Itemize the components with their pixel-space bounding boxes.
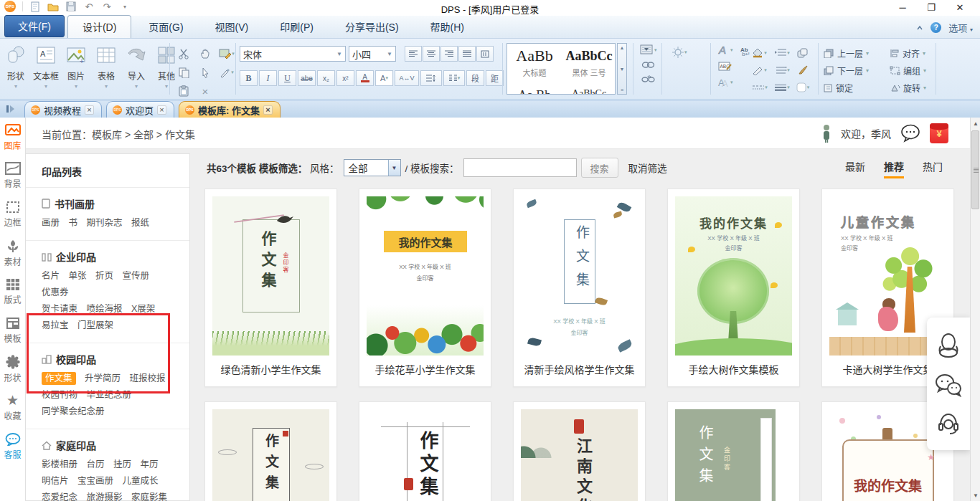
category-link[interactable]: 儿童成长	[123, 476, 159, 486]
strikethrough-button[interactable]: abe	[298, 70, 316, 86]
close-tab-icon[interactable]: ×	[85, 105, 94, 115]
category-link[interactable]: 班报校报	[130, 373, 166, 383]
fill-color-icon[interactable]: ▾	[749, 44, 771, 62]
category-link-selected[interactable]: 作文集	[42, 372, 76, 385]
sidebar-item-border[interactable]: 边框	[0, 195, 25, 234]
menu-tab-design[interactable]: 设计(D)	[67, 15, 131, 38]
template-card[interactable]: 江南文化 XX 学校 X 年级 X 班	[513, 401, 646, 501]
select-cursor-icon[interactable]	[195, 63, 215, 82]
distance-button[interactable]: 距	[486, 70, 504, 86]
template-card[interactable]: 作文集 XX 学校 X 年级 X 班	[204, 401, 337, 501]
align-objects-button[interactable]: 对齐▾	[890, 44, 943, 62]
minimize-button[interactable]: ─	[888, 0, 917, 14]
category-link[interactable]: 优惠券	[42, 287, 69, 297]
headset-icon[interactable]	[936, 411, 961, 436]
category-link[interactable]: 喷绘海报	[87, 304, 123, 314]
superscript-button[interactable]: x²	[336, 70, 354, 86]
category-link[interactable]: 影楼相册	[42, 459, 77, 469]
category-link[interactable]: 旅游摄影	[87, 492, 123, 501]
category-link[interactable]: 书	[69, 218, 78, 228]
sort-tab-newest[interactable]: 最新	[845, 159, 865, 178]
italic-button[interactable]: I	[259, 70, 277, 86]
qq-icon[interactable]	[936, 332, 961, 359]
template-card[interactable]: 我的作文集 XX 学校 X 年级 X 班 金印客 手绘大树作文集模板	[667, 189, 800, 387]
sidebar-item-material[interactable]: 素材	[0, 234, 25, 272]
cancel-filter-button[interactable]: 取消筛选	[628, 161, 667, 175]
text-wrap-icon[interactable]: ▾	[640, 44, 657, 55]
menu-tab-help[interactable]: 帮助(H)	[416, 16, 479, 38]
template-card[interactable]: 作文集 金印客 绿色清新小学生作文集	[204, 189, 337, 387]
font-size-select[interactable]: 小四▼	[349, 46, 396, 62]
close-tab-icon[interactable]: ×	[157, 105, 166, 115]
wechat-icon[interactable]	[934, 373, 963, 397]
menu-tab-share-export[interactable]: 分享导出(S)	[331, 16, 413, 38]
pan-hand-icon[interactable]	[195, 44, 215, 63]
doc-tab-template-library[interactable]: DPS 模板库: 作文集 ×	[179, 101, 281, 118]
category-link[interactable]: 期刊杂志	[87, 218, 123, 228]
line-weight-icon[interactable]: ▾	[771, 79, 793, 96]
template-search-input[interactable]	[463, 158, 577, 177]
menu-tab-file[interactable]: 文件(F)	[4, 15, 65, 37]
import-tool-button[interactable]: 导入▾	[123, 43, 149, 90]
sort-tab-recommended[interactable]: 推荐	[884, 159, 904, 178]
align-right-button[interactable]	[440, 46, 458, 62]
table-tool-button[interactable]: 表格▾	[93, 43, 119, 90]
dash-style-icon[interactable]: ▾	[749, 79, 771, 96]
effects-gear-icon[interactable]: ▾	[672, 46, 687, 59]
category-link[interactable]: 门型展架	[77, 320, 113, 330]
justify-button[interactable]	[458, 46, 476, 62]
style-item-heading[interactable]: AaBbCc 黑体 三号 AaBbCc	[563, 45, 615, 85]
subscript-button[interactable]: x₂	[317, 70, 335, 86]
rotate-button[interactable]: 旋转▾	[890, 79, 943, 96]
scroll-down-icon[interactable]: ▼	[971, 490, 980, 501]
3d-text-icon[interactable]: AA▾	[717, 77, 733, 87]
font-family-select[interactable]: 宋体▼	[240, 46, 346, 62]
font-color-button[interactable]: A	[356, 70, 374, 86]
category-link[interactable]: 台历	[87, 459, 105, 469]
highlight-color-button[interactable]: A▾	[375, 70, 393, 86]
duplicate-stack-icon[interactable]	[793, 44, 812, 62]
remove-link-icon[interactable]	[640, 75, 657, 84]
category-link[interactable]: 名片	[42, 271, 60, 281]
line-color-icon[interactable]: ▾	[749, 62, 771, 79]
category-link[interactable]: 画册	[42, 218, 60, 228]
category-link[interactable]: 年历	[141, 459, 159, 469]
menu-tab-page[interactable]: 页面(G)	[134, 16, 197, 38]
sidebar-item-service[interactable]: 客服	[0, 427, 25, 466]
brush-icon[interactable]	[793, 62, 812, 79]
hyperlink-icon[interactable]	[640, 61, 657, 69]
sidebar-item-gallery[interactable]: 图库	[0, 118, 25, 156]
tab-collapse-icon[interactable]	[3, 102, 19, 115]
sidebar-item-shape[interactable]: 形状	[0, 350, 25, 388]
shapes-tool-button[interactable]: 形状▾	[3, 43, 29, 90]
message-bubble-icon[interactable]	[900, 124, 921, 143]
textbox-tool-button[interactable]: A 文本框▾	[33, 43, 59, 90]
format-painter-pen-icon[interactable]: ▾	[217, 63, 237, 82]
close-button[interactable]: ✕	[946, 0, 974, 14]
lock-button[interactable]: 锁定	[824, 79, 890, 96]
close-tab-icon[interactable]: ×	[263, 105, 273, 115]
category-link[interactable]: 宝宝画册	[77, 476, 113, 486]
scroll-up-icon[interactable]: ▲	[971, 118, 980, 129]
search-button[interactable]: 搜索	[581, 158, 618, 178]
style-gallery-scrollbar[interactable]: ▲▼≡	[617, 43, 627, 95]
style-gallery[interactable]: AaBb 大标题 Aa Bb AaBbCc 黑体 三号 AaBbCc	[507, 43, 616, 95]
indent-lines-icon[interactable]: ▾	[771, 44, 793, 62]
category-link[interactable]: 易拉宝	[42, 320, 69, 330]
category-link[interactable]: 校园刊物	[42, 390, 77, 400]
align-center-button[interactable]	[423, 46, 440, 62]
vertical-text-button[interactable]	[476, 46, 494, 62]
template-card[interactable]: 作文集 XX 学校 X 年级 X 班 金印客 清新手绘风格学生作文集	[513, 189, 646, 387]
category-link[interactable]: 贺卡请柬	[42, 304, 77, 314]
doc-tab-video-tutorial[interactable]: DPS 视频教程 ×	[24, 101, 102, 118]
style-item-title[interactable]: AaBb 大标题 Aa Bb	[509, 45, 560, 85]
category-link[interactable]: 单张	[69, 271, 87, 281]
send-backward-button[interactable]: 下一层▾	[824, 62, 890, 79]
line-spacing-button[interactable]	[420, 70, 442, 86]
underline-button[interactable]: U	[278, 70, 296, 86]
menu-tab-view[interactable]: 视图(V)	[201, 16, 263, 38]
cut-icon[interactable]	[174, 44, 194, 63]
align-left-button[interactable]	[405, 46, 422, 62]
bring-forward-button[interactable]: 上一层▾	[824, 44, 890, 62]
sidebar-item-layout[interactable]: 版式	[0, 272, 25, 311]
